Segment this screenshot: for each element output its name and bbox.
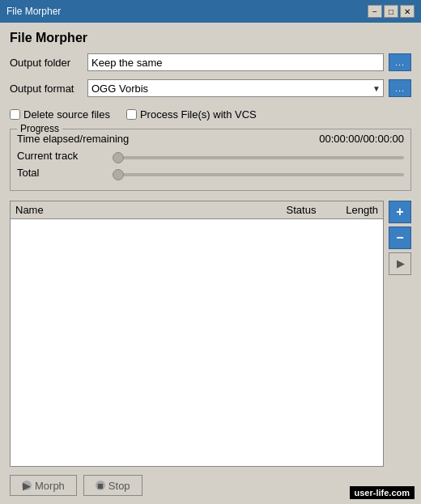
add-file-button[interactable]: + — [389, 201, 411, 223]
output-format-row: Output format OGG Vorbis MP3 FLAC WAV AA… — [10, 79, 411, 97]
title-bar-text: File Morpher — [6, 6, 61, 17]
current-track-row: Current track — [17, 150, 404, 162]
current-track-progress-container — [113, 150, 404, 162]
process-vcs-label: Process File(s) with VCS — [140, 108, 257, 121]
table-header: Name Status Length — [11, 201, 383, 219]
morph-button[interactable]: ▶ Morph — [10, 475, 77, 496]
output-folder-browse-button[interactable]: ... — [389, 53, 411, 71]
output-format-wrapper: OGG Vorbis MP3 FLAC WAV AAC ▼ — [87, 79, 384, 97]
delete-source-checkbox[interactable] — [10, 109, 20, 120]
time-elapsed-label: Time elapsed/remaining — [17, 133, 129, 145]
current-track-label: Current track — [17, 150, 106, 162]
total-label: Total — [17, 167, 106, 179]
output-folder-label: Output folder — [10, 57, 83, 69]
content-area: File Morpher Output folder ... Output fo… — [0, 23, 421, 504]
col-name-header: Name — [15, 204, 273, 216]
app-title: File Morpher — [10, 31, 411, 45]
output-format-browse-button[interactable]: ... — [389, 79, 411, 97]
maximize-button[interactable]: □ — [384, 5, 398, 18]
list-buttons: + − ▶ — [389, 201, 411, 467]
output-folder-row: Output folder ... — [10, 53, 411, 71]
table-body — [11, 219, 383, 464]
process-vcs-checkbox-label[interactable]: Process File(s) with VCS — [126, 108, 257, 121]
col-status-header: Status — [273, 204, 330, 216]
total-progress-container — [113, 167, 404, 179]
close-button[interactable]: ✕ — [400, 5, 415, 18]
time-value: 00:00:00/00:00:00 — [319, 133, 404, 145]
title-bar: File Morpher − □ ✕ — [0, 0, 421, 23]
file-list-section: Name Status Length + − ▶ — [10, 201, 411, 467]
title-bar-buttons: − □ ✕ — [368, 5, 415, 18]
time-row: Time elapsed/remaining 00:00:00/00:00:00 — [17, 133, 404, 145]
col-length-header: Length — [330, 204, 378, 216]
watermark: user-life.com — [350, 486, 415, 499]
remove-file-button[interactable]: − — [389, 227, 411, 249]
output-format-select[interactable]: OGG Vorbis MP3 FLAC WAV AAC — [87, 79, 384, 97]
total-slider[interactable] — [113, 173, 404, 176]
total-row: Total — [17, 167, 404, 179]
delete-source-checkbox-label[interactable]: Delete source files — [10, 108, 110, 121]
stop-label: Stop — [108, 480, 130, 492]
process-vcs-checkbox[interactable] — [126, 109, 137, 120]
main-window: File Morpher − □ ✕ File Morpher Output f… — [0, 0, 421, 504]
progress-group-label: Progress — [17, 123, 62, 134]
play-button[interactable]: ▶ — [389, 252, 411, 275]
progress-group: Progress Time elapsed/remaining 00:00:00… — [10, 129, 411, 191]
morph-icon: ▶ — [22, 481, 32, 490]
current-track-slider[interactable] — [113, 156, 404, 159]
output-folder-input[interactable] — [87, 53, 384, 71]
delete-source-label: Delete source files — [23, 108, 110, 121]
morph-label: Morph — [35, 480, 65, 492]
output-format-label: Output format — [10, 83, 83, 95]
file-list-table: Name Status Length — [10, 201, 384, 467]
stop-icon: ■ — [96, 481, 105, 490]
checkbox-row: Delete source files Process File(s) with… — [10, 108, 411, 121]
minimize-button[interactable]: − — [368, 5, 382, 18]
stop-button[interactable]: ■ Stop — [83, 475, 142, 496]
